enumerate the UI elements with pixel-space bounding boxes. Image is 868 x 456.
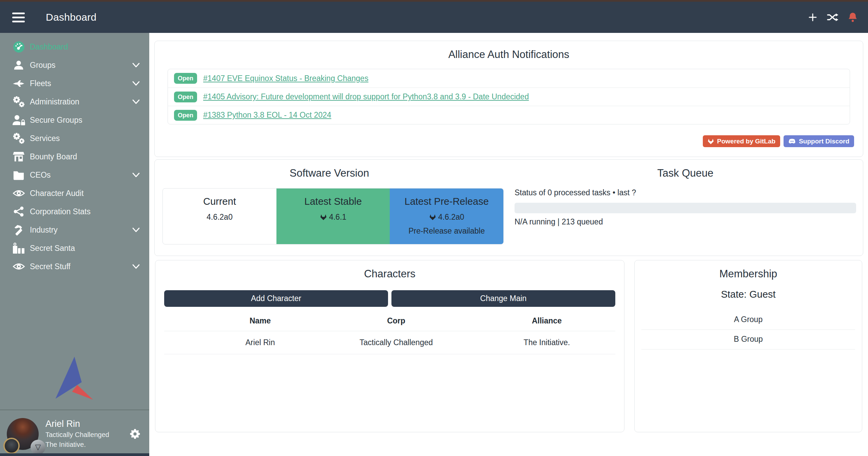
- notification-link[interactable]: #1407 EVE Equinox Status - Breaking Chan…: [203, 74, 368, 83]
- notification-row: Open #1407 EVE Equinox Status - Breaking…: [168, 69, 850, 87]
- sidebar-item-label: Character Audit: [30, 189, 84, 198]
- eye-icon: [11, 261, 26, 272]
- gitlab-tanuki-icon: [320, 214, 327, 220]
- sidebar-item-ceos[interactable]: CEOs: [0, 166, 149, 184]
- sidebar-divider: [0, 410, 149, 410]
- status-badge: Open: [174, 92, 197, 102]
- discord-badge-button[interactable]: Support Discord: [784, 135, 854, 147]
- sidebar-item-label: CEOs: [30, 171, 51, 180]
- gauge-icon: [11, 41, 26, 53]
- user-panel: ▽ Ariel Rin Tactically Challenged The In…: [0, 415, 149, 453]
- version-boxes: Current 4.6.2a0 Latest Stable 4.6.1: [162, 188, 504, 244]
- version-number: 4.6.2a0: [207, 213, 233, 222]
- column-header-alliance: Alliance: [478, 316, 615, 325]
- status-badge: Open: [174, 110, 197, 121]
- user-meta: Ariel Rin Tactically Challenged The Init…: [45, 418, 109, 450]
- sidebar-item-label: Dashboard: [30, 42, 68, 52]
- footer-badges: Powered by GitLab Support Discord: [703, 135, 854, 147]
- sidebar-item-secret-santa[interactable]: Secret Santa: [0, 239, 149, 257]
- user-name: Ariel Rin: [45, 418, 109, 430]
- characters-table: Name Corp Alliance Ariel Rin Tactically …: [164, 314, 615, 354]
- column-header-corp: Corp: [314, 316, 478, 325]
- alliance-logo: [0, 357, 149, 400]
- character-alliance: The Initiative.: [478, 338, 615, 347]
- sidebar-item-industry[interactable]: Industry: [0, 221, 149, 239]
- sidebar-item-services[interactable]: Services: [0, 129, 149, 147]
- sidebar-item-fleets[interactable]: Fleets: [0, 74, 149, 93]
- sidebar-item-administration[interactable]: Administration: [0, 93, 149, 111]
- version-number: 4.6.2a0: [438, 213, 464, 222]
- page-title: Dashboard: [46, 12, 96, 23]
- sidebar: Dashboard Groups Fl: [0, 33, 149, 456]
- character-buttons: Add Character Change Main: [164, 290, 615, 307]
- gears-icon: [11, 132, 26, 144]
- gitlab-badge-label: Powered by GitLab: [717, 138, 775, 145]
- user-icon: [11, 59, 26, 71]
- notification-bell-icon[interactable]: [848, 12, 858, 23]
- sidebar-item-bounty-board[interactable]: Bounty Board: [0, 147, 149, 166]
- chevron-down-icon: [132, 172, 140, 178]
- user-lock-icon: [11, 115, 26, 126]
- user-corp: Tactically Challenged: [45, 430, 109, 440]
- sidebar-item-label: Secure Groups: [30, 116, 82, 125]
- membership-groups-list: A Group B Group: [641, 310, 855, 350]
- membership-state: State: Guest: [635, 289, 862, 300]
- gitlab-badge-button[interactable]: Powered by GitLab: [703, 135, 780, 147]
- sidebar-item-label: Administration: [30, 97, 79, 106]
- characters-table-header: Name Corp Alliance: [164, 314, 615, 331]
- hamburger-icon: [12, 13, 25, 22]
- menu-toggle-button[interactable]: [10, 11, 27, 24]
- folder-icon: [11, 170, 26, 180]
- task-queue-summary: N/A running | 213 queued: [515, 217, 856, 226]
- character-name: Ariel Rin: [206, 338, 314, 347]
- hammer-icon: [11, 224, 26, 236]
- characters-title: Characters: [155, 268, 624, 280]
- version-current: Current 4.6.2a0: [163, 189, 276, 244]
- version-label: Latest Stable: [276, 196, 390, 207]
- notifications-title: Alliance Auth Notifications: [155, 48, 863, 61]
- sidebar-item-label: Bounty Board: [30, 152, 77, 161]
- add-character-button[interactable]: Add Character: [164, 290, 388, 307]
- user-alliance: The Initiative.: [45, 440, 109, 450]
- change-main-button[interactable]: Change Main: [391, 290, 615, 307]
- notification-link[interactable]: #1383 Python 3.8 EOL - 14 Oct 2024: [203, 111, 331, 120]
- jet-icon: [11, 78, 26, 88]
- sidebar-item-label: Corporation Stats: [30, 207, 91, 216]
- store-icon: [11, 151, 26, 162]
- sidebar-item-character-audit[interactable]: Character Audit: [0, 184, 149, 202]
- chevron-down-icon: [132, 80, 140, 87]
- sidebar-item-groups[interactable]: Groups: [0, 56, 149, 74]
- sidebar-item-label: Secret Stuff: [30, 262, 71, 271]
- task-queue-status: Status of 0 processed tasks • last ?: [515, 188, 856, 197]
- shuffle-icon[interactable]: [827, 12, 839, 22]
- chevron-down-icon: [132, 263, 140, 270]
- membership-panel: Membership State: Guest A Group B Group: [634, 260, 862, 432]
- notification-row: Open #1383 Python 3.8 EOL - 14 Oct 2024: [168, 106, 850, 124]
- corp-logo-badge: [3, 438, 20, 454]
- gitlab-tanuki-icon: [708, 138, 714, 144]
- software-version-section: Software Version Current 4.6.2a0 Latest …: [155, 160, 504, 256]
- column-header-name: Name: [206, 316, 314, 325]
- gitlab-tanuki-icon: [429, 214, 436, 220]
- group-list-item: A Group: [641, 310, 855, 330]
- chevron-down-icon: [132, 62, 140, 68]
- character-row: Ariel Rin Tactically Challenged The Init…: [164, 331, 615, 354]
- sidebar-item-secure-groups[interactable]: Secure Groups: [0, 111, 149, 129]
- settings-gear-icon[interactable]: [130, 429, 140, 439]
- notifications-panel: Alliance Auth Notifications Open #1407 E…: [154, 41, 863, 157]
- discord-badge-label: Support Discord: [799, 138, 849, 145]
- task-queue-title: Task Queue: [515, 167, 856, 179]
- software-version-title: Software Version: [155, 167, 504, 179]
- top-navbar: Dashboard: [0, 2, 868, 33]
- sidebar-item-corporation-stats[interactable]: Corporation Stats: [0, 202, 149, 221]
- sidebar-item-secret-stuff[interactable]: Secret Stuff: [0, 257, 149, 276]
- version-prerelease: Latest Pre-Release 4.6.2a0 Pre-Release a…: [390, 189, 503, 244]
- task-queue-section: Task Queue Status of 0 processed tasks •…: [515, 160, 856, 256]
- sidebar-menu: Dashboard Groups Fl: [0, 33, 149, 276]
- sidebar-item-dashboard[interactable]: Dashboard: [0, 38, 149, 56]
- software-version-panel: Software Version Current 4.6.2a0 Latest …: [154, 159, 863, 256]
- plus-icon[interactable]: [808, 12, 818, 22]
- eye-icon: [11, 188, 26, 198]
- notification-link[interactable]: #1405 Advisory: Future development will …: [203, 92, 529, 101]
- navbar-actions: [808, 12, 858, 23]
